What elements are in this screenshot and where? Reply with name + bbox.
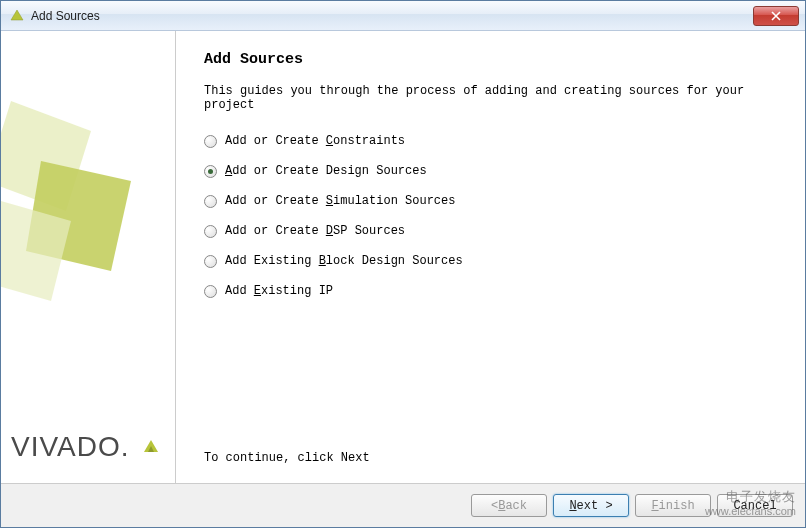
titlebar[interactable]: Add Sources (1, 1, 805, 31)
radio-label: Add or Create Design Sources (225, 164, 427, 178)
radio-label: Add or Create Constraints (225, 134, 405, 148)
radio-indicator (204, 195, 217, 208)
svg-marker-0 (11, 10, 23, 20)
page-description: This guides you through the process of a… (204, 84, 777, 112)
dialog-window: Add Sources VIVADO. Add S (0, 0, 806, 528)
radio-simulation-sources[interactable]: Add or Create Simulation Sources (204, 194, 777, 208)
radio-label: Add or Create DSP Sources (225, 224, 405, 238)
vivado-logo: VIVADO. (11, 431, 162, 465)
source-type-radio-group: Add or Create Constraints Add or Create … (204, 134, 777, 298)
next-button[interactable]: Next > (553, 494, 629, 517)
radio-indicator (204, 135, 217, 148)
page-title: Add Sources (204, 51, 777, 68)
radio-indicator (204, 165, 217, 178)
radio-constraints[interactable]: Add or Create Constraints (204, 134, 777, 148)
logo-text: VIVADO. (11, 431, 130, 462)
radio-indicator (204, 255, 217, 268)
radio-label: Add Existing Block Design Sources (225, 254, 463, 268)
radio-label: Add Existing IP (225, 284, 333, 298)
radio-indicator (204, 225, 217, 238)
radio-design-sources[interactable]: Add or Create Design Sources (204, 164, 777, 178)
button-bar: < Back Next > Finish Cancel (1, 483, 805, 527)
main-panel: Add Sources This guides you through the … (176, 31, 805, 483)
content-area: VIVADO. Add Sources This guides you thro… (1, 31, 805, 483)
finish-button[interactable]: Finish (635, 494, 711, 517)
radio-indicator (204, 285, 217, 298)
logo-icon (140, 433, 162, 465)
decorative-shapes (1, 91, 171, 311)
radio-dsp-sources[interactable]: Add or Create DSP Sources (204, 224, 777, 238)
sidebar: VIVADO. (1, 31, 176, 483)
radio-block-design-sources[interactable]: Add Existing Block Design Sources (204, 254, 777, 268)
close-button[interactable] (753, 6, 799, 26)
cancel-button[interactable]: Cancel (717, 494, 793, 517)
app-icon (9, 8, 25, 24)
window-title: Add Sources (31, 9, 753, 23)
back-button[interactable]: < Back (471, 494, 547, 517)
radio-existing-ip[interactable]: Add Existing IP (204, 284, 777, 298)
close-icon (771, 11, 781, 21)
footer-hint: To continue, click Next (204, 451, 777, 473)
radio-label: Add or Create Simulation Sources (225, 194, 455, 208)
